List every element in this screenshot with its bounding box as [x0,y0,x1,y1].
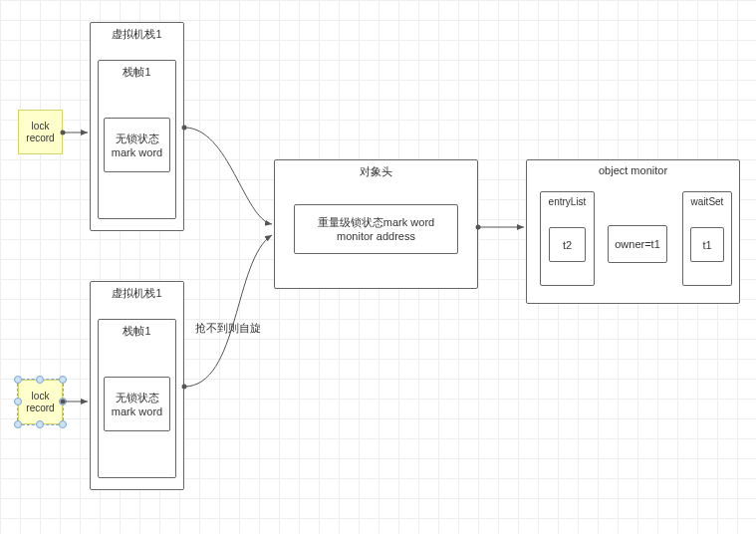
monitor-owner: owner=t1 [608,225,667,263]
note2-line2: record [26,402,54,413]
vm-stack-2-title: 虚拟机栈1 [91,282,183,305]
edge-label-spin: 抢不到则自旋 [195,321,261,336]
selection-handle[interactable] [59,376,67,384]
selection-handle[interactable] [14,420,22,428]
stack-frame-2-title: 栈帧1 [99,320,175,343]
mark-word-2-line2: mark word [112,405,162,417]
hw-mark-line1: 重量级锁状态mark word [318,215,434,229]
entry-list-item-label: t2 [563,239,572,251]
note1-line1: lock [32,121,50,132]
selection-handle[interactable] [14,398,22,405]
mark-word-1-line1: 无锁状态 [116,132,159,146]
selection-handle[interactable] [36,420,44,428]
wait-set-title: waitSet [683,192,731,211]
object-monitor-title: object monitor [527,160,739,180]
selection-handle[interactable] [59,398,67,405]
note2-line1: lock [32,391,50,401]
monitor-owner-label: owner=t1 [615,238,660,250]
mark-word-2: 无锁状态 mark word [104,377,170,431]
lock-record-note-2[interactable]: lock record [18,380,63,424]
lock-record-note-1: lock record [18,110,63,154]
vm-stack-1-title: 虚拟机栈1 [91,23,183,46]
hw-mark-line2: monitor address [337,229,415,243]
object-header-title: 对象头 [275,160,477,183]
selection-handle[interactable] [14,376,22,384]
mark-word-2-line1: 无锁状态 [116,391,159,405]
selection-handle[interactable] [59,420,67,428]
entry-list-item: t2 [549,227,586,262]
heavyweight-mark-word: 重量级锁状态mark word monitor address [294,204,458,254]
note1-line2: record [26,133,54,143]
stack-frame-1-title: 栈帧1 [99,61,175,84]
entry-list-title: entryList [541,192,594,211]
wait-set-item: t1 [690,227,724,262]
selection-handle[interactable] [36,376,44,384]
wait-set-item-label: t1 [702,239,711,251]
mark-word-1-line2: mark word [112,146,162,158]
mark-word-1: 无锁状态 mark word [104,118,170,172]
